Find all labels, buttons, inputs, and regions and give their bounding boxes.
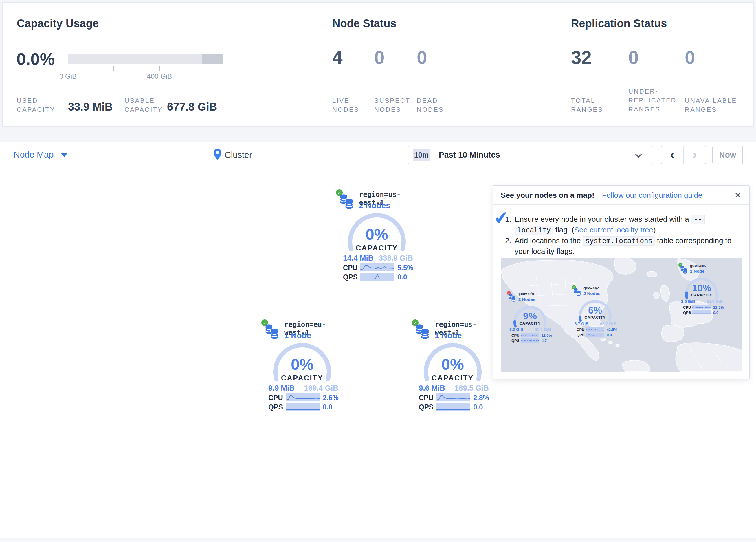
qps-label: QPS xyxy=(268,403,283,411)
qps-label: QPS xyxy=(511,339,519,343)
dead-nodes-label: DEAD NODES xyxy=(417,96,444,114)
capacity-usage-bar-reserved-segment xyxy=(202,54,223,64)
usable-capacity-label: USABLE CAPACITY xyxy=(124,96,163,114)
popup-header: See your nodes on a map! Follow our conf… xyxy=(493,186,749,205)
qps-value: 0.0 xyxy=(607,333,612,337)
nodes-db-icon xyxy=(340,194,355,209)
locality-node-count: 1 Node xyxy=(690,269,704,274)
locality-card-geo-sfo: 1 geo=sfo 2 Nodes 9% CAPACITY 3.2 GiB 35… xyxy=(507,291,555,345)
nodes-db-icon xyxy=(574,288,582,296)
cpu-label: CPU xyxy=(419,394,434,402)
step-text: Add locations to the xyxy=(515,236,583,245)
view-selector-node-map[interactable]: Node Map xyxy=(14,150,67,159)
step-text: ) xyxy=(653,225,656,234)
locality-node-count: 2 Nodes xyxy=(583,291,600,296)
qps-value: 4.7 xyxy=(542,339,547,343)
capacity-usable: 65.7 GiB xyxy=(600,322,616,326)
time-window-label: Past 10 Minutes xyxy=(439,146,500,163)
capacity-used: 9.9 MiB xyxy=(268,384,295,393)
setup-steps: 1.Ensure every node in your cluster was … xyxy=(505,214,741,256)
under-replicated-ranges-value: 0 xyxy=(628,47,639,68)
capacity-percent: 9% xyxy=(513,311,546,322)
time-window-dropdown[interactable]: 10m Past 10 Minutes xyxy=(408,146,652,164)
live-nodes-value: 4 xyxy=(332,47,343,68)
usable-capacity-value: 677.8 GiB xyxy=(167,101,217,113)
axis-label-400: 400 GiB xyxy=(142,72,177,80)
cpu-value: 2.8% xyxy=(473,394,489,402)
locality-name: geo=nyc xyxy=(583,286,599,290)
qps-label: QPS xyxy=(343,273,358,281)
capacity-usable: 338.9 GiB xyxy=(379,253,413,262)
capacity-percent: 10% xyxy=(685,283,718,294)
locality-node-count: 2 Nodes xyxy=(518,297,535,302)
time-prev-button[interactable]: ‹ xyxy=(661,146,684,163)
cpu-label: CPU xyxy=(343,264,358,272)
now-button[interactable]: Now xyxy=(712,146,743,164)
cpu-sparkline xyxy=(692,305,711,309)
suspect-nodes-label: SUSPECT NODES xyxy=(374,96,410,114)
locality-name: geo=sfo xyxy=(518,292,534,296)
cluster-summary-panel: Capacity Usage 0.0% 0 GiB 400 GiB USED C… xyxy=(2,2,754,126)
axis-tick xyxy=(113,66,114,71)
time-window-badge: 10m xyxy=(413,148,430,161)
qps-sparkline xyxy=(436,403,470,411)
nodes-db-icon xyxy=(265,324,280,340)
capacity-used: 9.6 MiB xyxy=(419,384,445,393)
locality-tree-link[interactable]: See current locality tree xyxy=(574,225,653,234)
locality-name: geo=ams xyxy=(690,263,706,268)
cpu-label: CPU xyxy=(511,333,519,338)
location-pin-icon xyxy=(214,149,221,160)
region-card-us-east-1[interactable]: ✓ region=us-east-1 2 Nodes 0% CAPACITY 1… xyxy=(336,189,420,282)
cpu-label: CPU xyxy=(577,328,584,332)
region-card-us-west-1[interactable]: ✓ region=us-west-1 1 Node 0% CAPACITY 9.… xyxy=(412,319,496,412)
step-text: flag. ( xyxy=(553,225,574,234)
region-node-count: 2 Nodes xyxy=(359,201,390,210)
axis-tick xyxy=(205,66,205,71)
breadcrumb-cluster[interactable]: Cluster xyxy=(225,150,252,160)
region-card-eu-west-1[interactable]: ✓ region=eu-west-1 1 Node 0% CAPACITY 9.… xyxy=(261,319,345,412)
qps-sparkline xyxy=(360,273,394,281)
time-next-button[interactable]: › xyxy=(684,146,706,163)
cpu-value: 12.3% xyxy=(713,305,724,310)
under-replicated-ranges-label: UNDER- REPLICATED RANGES xyxy=(628,87,677,114)
capacity-usable: 34.4 GiB xyxy=(707,299,723,304)
step-text: table corresponding to xyxy=(655,236,732,245)
capacity-usable: 169.5 GiB xyxy=(454,384,489,393)
cpu-value: 42.5% xyxy=(607,328,617,332)
nodes-db-icon xyxy=(509,294,517,302)
node-status-title: Node Status xyxy=(332,17,397,30)
configuration-guide-link[interactable]: Follow our configuration guide xyxy=(602,191,702,200)
close-icon[interactable]: ✕ xyxy=(734,190,742,200)
cpu-sparkline xyxy=(360,263,394,271)
popup-title: See your nodes on a map! xyxy=(501,191,594,200)
qps-sparkline xyxy=(286,403,320,411)
locality-card-geo-ams: ✓ geo=ams 1 Node 10% CAPACITY 3.6 GiB 34… xyxy=(678,263,726,317)
capacity-used: 3.2 GiB xyxy=(509,327,523,332)
total-ranges-value: 32 xyxy=(571,47,592,68)
qps-label: QPS xyxy=(577,333,584,337)
axis-tick xyxy=(159,66,160,71)
locality-card-geo-nyc: ✓ geo=nyc 2 Nodes 6% CAPACITY 3.7 GiB 65… xyxy=(572,285,620,339)
capacity-percent: 6% xyxy=(579,305,612,316)
cpu-sparkline xyxy=(586,328,604,332)
unavailable-ranges-value: 0 xyxy=(685,47,695,68)
region-node-count: 1 Node xyxy=(435,331,462,340)
nodes-db-icon xyxy=(680,266,688,274)
capacity-used: 3.6 GiB xyxy=(681,299,695,304)
cpu-sparkline xyxy=(286,394,320,401)
cpu-label: CPU xyxy=(268,394,283,402)
replication-status-title: Replication Status xyxy=(571,17,667,30)
capacity-label: CAPACITY xyxy=(424,374,482,382)
capacity-usage-percent: 0.0% xyxy=(16,49,55,69)
capacity-label: CAPACITY xyxy=(579,315,612,320)
capacity-percent: 0% xyxy=(424,355,482,373)
unavailable-ranges-label: UNAVAILABLE RANGES xyxy=(685,96,737,114)
capacity-used: 3.7 GiB xyxy=(575,322,588,326)
setup-step-2: 2.Add locations to the system.locations … xyxy=(505,235,741,256)
time-nav-group: ‹ › xyxy=(661,146,706,164)
step-number: 2. xyxy=(505,235,511,246)
setup-step-1: 1.Ensure every node in your cluster was … xyxy=(505,214,741,235)
qps-sparkline xyxy=(586,333,604,337)
cpu-value: 2.6% xyxy=(323,394,339,402)
used-capacity-value: 33.9 MiB xyxy=(68,101,113,113)
